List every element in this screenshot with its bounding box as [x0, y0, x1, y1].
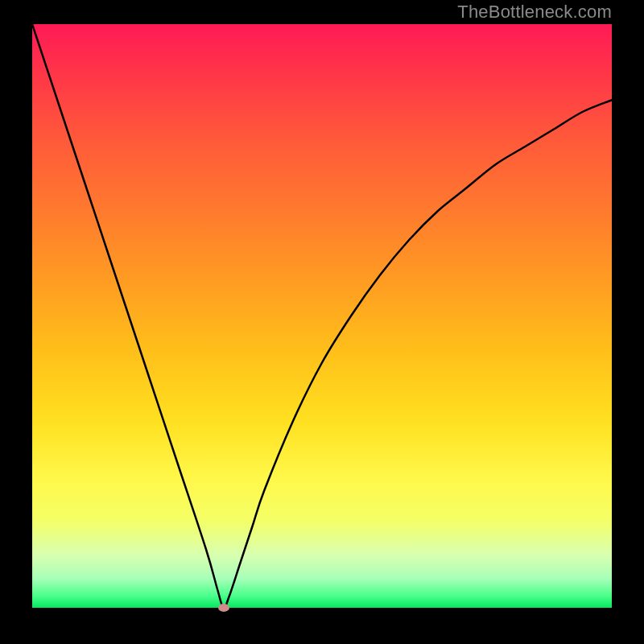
chart-frame: TheBottleneck.com — [0, 0, 644, 644]
minimum-marker — [218, 604, 229, 612]
bottleneck-curve — [32, 24, 612, 608]
watermark-text: TheBottleneck.com — [457, 2, 612, 23]
plot-area — [32, 24, 612, 608]
curve-svg — [32, 24, 612, 608]
